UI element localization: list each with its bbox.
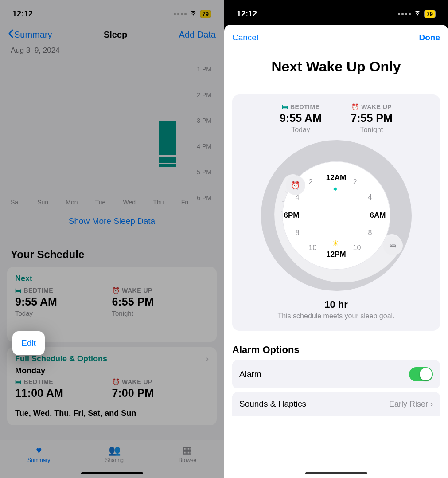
next-schedule-card[interactable]: Next 🛏BEDTIME 9:55 AM Today ⏰WAKE UP 6:5…	[7, 267, 217, 342]
full-schedule-card[interactable]: Full Schedule & Options› Monday 🛏BEDTIME…	[7, 347, 217, 425]
sheet-title: Next Wake Up Only	[224, 59, 448, 75]
alarm-options-header: Alarm Options	[232, 344, 440, 356]
cancel-button[interactable]: Cancel	[232, 33, 258, 43]
home-indicator[interactable]	[81, 472, 143, 474]
date-range: Aug 3–9, 2024	[11, 46, 224, 55]
bedtime-value: 9:55 AM	[15, 295, 112, 308]
nav-bar: Summary Sleep Add Data	[0, 24, 224, 45]
wifi-icon	[189, 10, 197, 18]
chevron-right-icon: ›	[430, 400, 433, 408]
schedule-header: Your Schedule	[11, 248, 224, 261]
show-more-link[interactable]: Show More Sleep Data	[0, 206, 224, 237]
chevron-left-icon	[8, 29, 13, 40]
edit-context-menu[interactable]: Edit	[12, 331, 45, 355]
tab-browse[interactable]: ▦Browse	[179, 445, 196, 463]
wifi-icon	[413, 10, 421, 18]
people-icon: 👥	[109, 445, 121, 456]
tab-sharing[interactable]: 👥Sharing	[105, 445, 123, 463]
edit-sheet: Cancel Done Next Wake Up Only 🛏BEDTIME 9…	[224, 25, 448, 478]
sparkle-icon: ✦	[332, 184, 339, 194]
sleep-dial[interactable]: 12AM 2 4 6AM 8 10 12PM 10 8 6PM 4 2 ✦ ☀ …	[261, 140, 412, 291]
heart-icon: ♥	[36, 445, 42, 456]
cell-dots-icon	[398, 13, 411, 15]
status-bar: 12:12 79	[224, 0, 448, 24]
status-bar: 12:12 79	[0, 0, 224, 24]
sun-icon: ☀	[332, 239, 339, 248]
alarm-switch[interactable]	[409, 367, 433, 381]
schedule-editor-card: 🛏BEDTIME 9:55 AM Today ⏰WAKE UP 7:55 PM …	[232, 94, 440, 331]
status-time: 12:12	[12, 9, 33, 19]
alarm-icon: ⏰	[351, 103, 359, 110]
page-title: Sleep	[104, 30, 127, 40]
battery-icon: 79	[200, 10, 211, 18]
sounds-haptics-row[interactable]: Sounds & Haptics Early Riser ›	[232, 392, 440, 416]
home-indicator[interactable]	[305, 472, 367, 474]
wakeup-value: 6:55 PM	[112, 295, 209, 308]
tab-summary[interactable]: ♥Summary	[27, 445, 50, 463]
friday-sleep-bar	[159, 121, 176, 168]
goal-text: This schedule meets your sleep goal.	[240, 312, 432, 320]
bed-icon: 🛏	[282, 103, 288, 110]
alarm-icon: ⏰	[112, 378, 120, 385]
bedtime-handle[interactable]: ⏰	[286, 176, 305, 195]
bed-icon: 🛏	[15, 378, 22, 385]
done-button[interactable]: Done	[419, 33, 440, 43]
bedtime-value: 9:55 AM	[265, 112, 336, 125]
chart-x-labels: SatSunMonTueWedThuFri	[11, 199, 188, 206]
duration-label: 10 hr	[240, 299, 432, 310]
wakeup-handle[interactable]: 🛏	[383, 236, 403, 255]
bed-icon: 🛏	[15, 287, 22, 294]
battery-icon: 79	[424, 10, 436, 18]
add-data-button[interactable]: Add Data	[179, 30, 216, 40]
chevron-right-icon: ›	[206, 354, 209, 364]
wakeup-value: 7:55 PM	[336, 112, 407, 125]
cell-dots-icon	[174, 13, 187, 15]
alarm-icon: ⏰	[112, 287, 120, 294]
grid-icon: ▦	[183, 445, 192, 456]
status-time: 12:12	[237, 9, 257, 19]
back-button[interactable]: Summary	[8, 29, 52, 40]
sleep-chart: 1 PM 2 PM 3 PM 4 PM 5 PM 6 PM SatSunMonT…	[0, 59, 224, 206]
alarm-toggle-row[interactable]: Alarm	[232, 360, 440, 388]
next-label: Next	[15, 274, 209, 283]
